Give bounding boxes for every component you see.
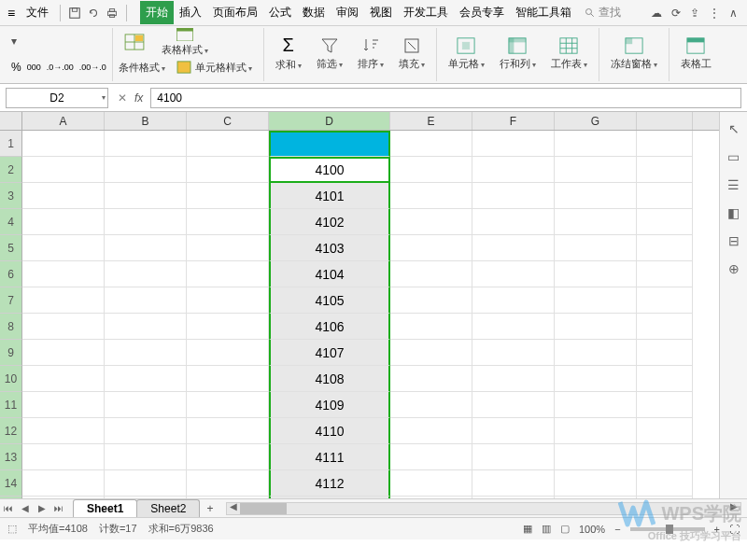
cell-B15[interactable]: [105, 497, 187, 498]
row-header[interactable]: 8: [0, 314, 22, 340]
cell-E15[interactable]: [390, 497, 472, 498]
dropdown-icon[interactable]: ▾: [11, 35, 26, 49]
cell-H1[interactable]: [637, 131, 693, 157]
horizontal-scrollbar[interactable]: ◀ ▶: [226, 502, 741, 515]
cell-F14[interactable]: [472, 470, 555, 497]
row-header[interactable]: 11: [0, 392, 22, 418]
cell-H7[interactable]: [637, 287, 693, 314]
cell-D10[interactable]: 4108: [269, 366, 390, 392]
cell-A7[interactable]: [22, 287, 105, 314]
cell-C3[interactable]: [187, 183, 269, 209]
cell-F10[interactable]: [472, 366, 555, 392]
cell-B14[interactable]: [105, 470, 187, 497]
row-header[interactable]: 6: [0, 261, 22, 287]
cell-H11[interactable]: [637, 392, 693, 418]
rowcol-button[interactable]: 行和列▾: [494, 27, 542, 79]
freeze-panes-button[interactable]: 冻结窗格▾: [605, 27, 663, 79]
tab-insert[interactable]: 插入: [174, 1, 207, 24]
cell-F15[interactable]: [472, 497, 555, 498]
cell-F8[interactable]: [472, 314, 555, 340]
cell-G12[interactable]: [555, 418, 637, 444]
cell-D15[interactable]: 4113: [269, 497, 390, 498]
cell-E10[interactable]: [390, 366, 472, 392]
cell-A3[interactable]: [22, 183, 105, 209]
cell-F7[interactable]: [472, 287, 555, 314]
cell-D4[interactable]: 4102: [269, 209, 390, 235]
cell-H8[interactable]: [637, 314, 693, 340]
cell-C6[interactable]: [187, 261, 269, 287]
cell-A8[interactable]: [22, 314, 105, 340]
view-custom-icon[interactable]: ▢: [560, 523, 570, 535]
cell-D14[interactable]: 4112: [269, 470, 390, 497]
cell-D1[interactable]: [269, 131, 390, 157]
cell-F11[interactable]: [472, 392, 555, 418]
cell-H12[interactable]: [637, 418, 693, 444]
cell-G7[interactable]: [555, 287, 637, 314]
cell-B11[interactable]: [105, 392, 187, 418]
row-header[interactable]: 5: [0, 235, 22, 261]
cell-C10[interactable]: [187, 366, 269, 392]
increase-decimal-button[interactable]: .0→.00: [47, 63, 74, 72]
view-page-icon[interactable]: ▥: [542, 523, 551, 535]
cell-A13[interactable]: [22, 444, 105, 470]
zoom-out-button[interactable]: −: [614, 524, 620, 535]
cell-D13[interactable]: 4111: [269, 444, 390, 470]
tab-formulas[interactable]: 公式: [263, 1, 297, 24]
tab-smart-tools[interactable]: 智能工具箱: [510, 1, 577, 24]
cell-B9[interactable]: [105, 340, 187, 366]
cell-B10[interactable]: [105, 366, 187, 392]
cell-A14[interactable]: [22, 470, 105, 497]
percent-button[interactable]: %: [11, 61, 21, 74]
worksheet-button[interactable]: 工作表▾: [545, 27, 593, 79]
col-header-G[interactable]: G: [555, 112, 637, 130]
zoom-in-button[interactable]: +: [714, 524, 720, 535]
properties-icon[interactable]: ◧: [727, 205, 740, 220]
cell-G2[interactable]: [555, 157, 637, 183]
fill-button[interactable]: 填充▾: [393, 27, 430, 79]
cell-C9[interactable]: [187, 340, 269, 366]
cell-A2[interactable]: [22, 157, 105, 183]
cell-C7[interactable]: [187, 287, 269, 314]
backup-icon[interactable]: ⊟: [728, 233, 740, 248]
cell-D11[interactable]: 4109: [269, 392, 390, 418]
cell-E4[interactable]: [390, 209, 472, 235]
col-header-B[interactable]: B: [105, 112, 187, 130]
cell-D7[interactable]: 4105: [269, 287, 390, 314]
decrease-decimal-button[interactable]: .00→.0: [79, 63, 106, 72]
tab-data[interactable]: 数据: [297, 1, 331, 24]
cell-button[interactable]: 单元格▾: [443, 27, 490, 79]
view-normal-icon[interactable]: ▦: [523, 523, 532, 535]
name-box-dropdown-icon[interactable]: ▾: [102, 93, 106, 102]
cell-F4[interactable]: [472, 209, 555, 235]
cell-H5[interactable]: [637, 235, 693, 261]
cell-A15[interactable]: [22, 497, 105, 498]
row-header[interactable]: 9: [0, 340, 22, 366]
sync-icon[interactable]: ⟳: [671, 7, 681, 20]
cell-G1[interactable]: [555, 131, 637, 157]
help-icon[interactable]: ⊕: [728, 261, 740, 276]
share-icon[interactable]: ⇪: [690, 7, 699, 20]
row-header[interactable]: 14: [0, 470, 22, 497]
hscroll-thumb[interactable]: [240, 503, 287, 514]
row-header[interactable]: 3: [0, 183, 22, 209]
settings-icon[interactable]: ☰: [727, 177, 740, 192]
cell-D3[interactable]: 4101: [269, 183, 390, 209]
cell-H9[interactable]: [637, 340, 693, 366]
cell-C4[interactable]: [187, 209, 269, 235]
cell-E5[interactable]: [390, 235, 472, 261]
cell-G11[interactable]: [555, 392, 637, 418]
table-tools-button[interactable]: 表格工: [675, 27, 717, 79]
print-icon[interactable]: [104, 5, 120, 21]
cell-D8[interactable]: 4106: [269, 314, 390, 340]
sheet-tab-1[interactable]: Sheet1: [73, 499, 137, 517]
cell-D6[interactable]: 4104: [269, 261, 390, 287]
cell-A9[interactable]: [22, 340, 105, 366]
tab-developer[interactable]: 开发工具: [398, 1, 454, 24]
thousands-button[interactable]: 000: [27, 63, 41, 72]
cell-C2[interactable]: [187, 157, 269, 183]
cell-A4[interactable]: [22, 209, 105, 235]
cell-C1[interactable]: [187, 131, 269, 157]
cancel-icon[interactable]: ✕: [118, 91, 127, 105]
cell-D5[interactable]: 4103: [269, 235, 390, 261]
save-icon[interactable]: [66, 5, 83, 21]
